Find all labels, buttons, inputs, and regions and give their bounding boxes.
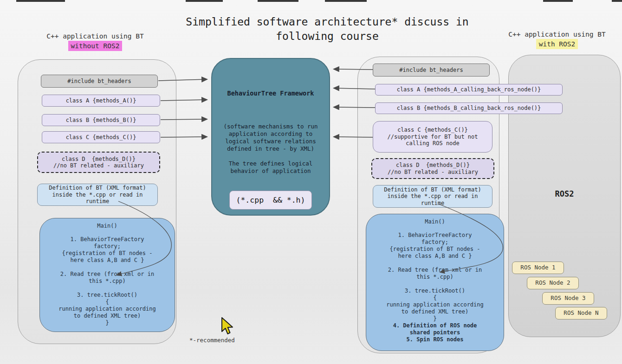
left-header-text: C++ application using BT — [28, 32, 162, 41]
architecture-slide: Simplified software architecture* discus… — [0, 0, 622, 364]
top-edge-artifact — [186, 0, 223, 2]
behaviourtree-framework-box: BehaviourTree Framework (software mechan… — [211, 58, 330, 216]
left-class-b-box: class B {methods_B()} — [42, 114, 160, 126]
framework-files-box: (*.cpp && *.h) — [229, 191, 312, 210]
ros-node-3: ROS Node 3 — [542, 292, 594, 305]
right-column-header: C++ application using BT with ROS2 — [496, 30, 618, 49]
right-header-highlight: with ROS2 — [536, 39, 578, 49]
framework-description: (software mechanisms to run application … — [223, 123, 317, 153]
left-main-body: 1. BehaviorTreeFactory factory; {registr… — [58, 236, 156, 326]
left-header-highlight: without ROS2 — [68, 41, 123, 51]
left-bt-definition-box: Definition of BT (XML format) inside the… — [37, 184, 158, 206]
right-include-box: #include bt_headers — [373, 64, 490, 77]
top-edge-artifact — [16, 0, 65, 2]
framework-title: BehaviourTree Framework — [227, 89, 314, 97]
left-class-a-box: class A {methods_A()} — [42, 95, 160, 107]
recommended-footnote: *-recommended — [189, 337, 235, 344]
left-include-box: #include bt_headers — [41, 75, 158, 88]
right-class-c-box: class C {methods_C()} //supportive for B… — [373, 121, 492, 153]
right-main-box: Main() 1. BehaviorTreeFactory factory; {… — [366, 214, 504, 351]
top-edge-artifact — [543, 0, 573, 2]
ros-node-2: ROS Node 2 — [527, 277, 579, 289]
ros2-title: ROS2 — [508, 189, 621, 198]
top-edge-artifact — [325, 0, 367, 2]
right-main-body: 1. BehaviorTreeFactory factory; {registr… — [386, 232, 484, 322]
right-main-ros-steps: 4. Definition of ROS node shared pointer… — [393, 322, 477, 343]
left-class-c-box: class C {methods_C()} — [42, 131, 160, 143]
cursor-icon — [217, 316, 236, 338]
right-bt-definition-box: Definition of BT (XML format) inside the… — [373, 185, 492, 208]
left-main-title: Main() — [97, 223, 117, 230]
left-column-header: C++ application using BT without ROS2 — [28, 32, 162, 51]
right-header-text: C++ application using BT — [496, 30, 618, 39]
left-class-d-box: class D {methods_D()} //no BT related - … — [37, 152, 160, 173]
ros-node-n: ROS Node N — [555, 307, 607, 319]
left-main-box: Main() 1. BehaviorTreeFactory factory; {… — [39, 218, 175, 332]
right-main-title: Main() — [425, 218, 445, 225]
right-class-d-box: class D {methods_D()} //no BT related - … — [371, 158, 494, 179]
right-class-b-box: class B {methods_B_calling_back_ros_node… — [375, 102, 563, 114]
top-edge-artifact — [258, 0, 298, 2]
slide-title: Simplified software architecture* discus… — [139, 15, 515, 44]
framework-description-2: The tree defines logical behavior of app… — [229, 160, 313, 175]
slide-title-line2: following course — [139, 29, 515, 44]
slide-title-line1: Simplified software architecture* discus… — [139, 15, 515, 29]
top-edge-artifact — [612, 0, 622, 2]
right-class-a-box: class A {methods_A_calling_back_ros_node… — [375, 84, 563, 96]
ros-node-1: ROS Node 1 — [512, 262, 564, 274]
